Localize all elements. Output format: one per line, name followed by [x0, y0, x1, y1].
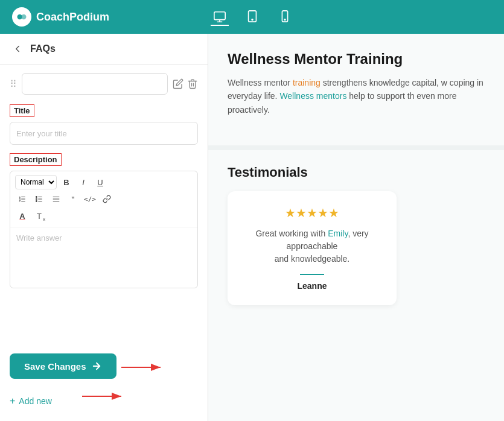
- right-panel: Wellness Mentor Training Wellness mentor…: [208, 34, 504, 421]
- svg-point-15: [36, 201, 37, 202]
- format-select[interactable]: Normal: [15, 175, 57, 189]
- logo: CoachPodium: [12, 7, 109, 27]
- testimonial-card: ★★★★★ Great working with Emily, very app…: [228, 191, 397, 305]
- bullet-list-button[interactable]: [32, 192, 46, 206]
- toolbar-row-3: A Tx: [15, 209, 193, 223]
- editor-body[interactable]: Write answer: [10, 227, 197, 288]
- rich-text-editor: Normal B I U: [10, 171, 198, 288]
- editor-toolbar: Normal B I U: [10, 171, 197, 227]
- faq-item-actions: [173, 78, 198, 89]
- title-label: Title: [10, 104, 34, 117]
- svg-point-6: [284, 19, 285, 21]
- device-switcher: [211, 7, 294, 27]
- bottom-section: Save Changes: [0, 353, 208, 421]
- back-button[interactable]: [12, 43, 23, 54]
- underline-button[interactable]: U: [93, 175, 107, 189]
- text-highlight-teal: Wellness mentors: [279, 91, 346, 101]
- description-label: Description: [10, 153, 62, 166]
- svg-rect-2: [214, 12, 225, 20]
- plus-icon: +: [10, 396, 15, 407]
- panel-title: FAQs: [30, 43, 56, 54]
- svg-point-4: [252, 19, 253, 21]
- testimonial-text: Great working with Emily, very approacha…: [240, 227, 384, 265]
- delete-faq-button[interactable]: [187, 78, 198, 89]
- preview-title: Wellness Mentor Training: [228, 51, 485, 68]
- mobile-view-btn[interactable]: [276, 7, 294, 27]
- left-panel: FAQs ⠿: [0, 34, 208, 421]
- svg-point-13: [36, 197, 37, 198]
- clear-format-button[interactable]: Tx: [32, 209, 46, 223]
- svg-point-14: [36, 198, 37, 200]
- quote-button[interactable]: ": [66, 192, 80, 206]
- editor-placeholder: Write answer: [16, 233, 62, 242]
- arrow-right-icon: [91, 361, 102, 372]
- faq-item-display: [22, 73, 168, 95]
- text-highlight-orange: training: [293, 78, 321, 87]
- main-layout: FAQs ⠿: [0, 34, 504, 421]
- code-button[interactable]: </>: [83, 192, 97, 206]
- testimonial-divider: [300, 274, 324, 275]
- testimonials-title: Testimonials: [228, 165, 485, 180]
- link-button[interactable]: [100, 192, 114, 206]
- name-highlight: Emily: [328, 229, 348, 238]
- app-header: CoachPodium: [0, 0, 504, 34]
- testimonial-author: Leanne: [240, 281, 384, 291]
- description-field-wrapper: Description Normal B I U: [10, 153, 198, 288]
- testimonials-section: Testimonials ★★★★★ Great working with Em…: [208, 165, 504, 305]
- title-input[interactable]: [10, 122, 198, 145]
- tablet-view-btn[interactable]: [243, 7, 261, 27]
- bold-button[interactable]: B: [59, 175, 74, 189]
- save-button-container: Save Changes: [10, 353, 116, 384]
- align-button[interactable]: [49, 192, 63, 206]
- star-rating: ★★★★★: [240, 206, 384, 220]
- save-changes-button[interactable]: Save Changes: [10, 353, 116, 379]
- italic-button[interactable]: I: [76, 175, 91, 189]
- toolbar-row-1: Normal B I U: [15, 175, 193, 189]
- save-button-label: Save Changes: [24, 361, 86, 372]
- edit-faq-button[interactable]: [173, 78, 183, 89]
- drag-handle[interactable]: ⠿: [10, 78, 17, 90]
- add-new-button[interactable]: + Add new: [10, 391, 198, 411]
- title-field-wrapper: Title: [10, 104, 198, 153]
- desktop-view-btn[interactable]: [211, 8, 229, 26]
- panel-content: ⠿: [0, 65, 208, 353]
- logo-icon: [12, 7, 31, 27]
- preview-content: Wellness Mentor Training Wellness mentor…: [208, 34, 504, 145]
- preview-description: Wellness mentor training strengthens kno…: [228, 76, 485, 116]
- toolbar-row-2: " </>: [15, 192, 193, 206]
- text-color-button[interactable]: A: [15, 209, 30, 223]
- red-arrow-to-save: [121, 358, 170, 376]
- app-name: CoachPodium: [36, 11, 109, 24]
- add-new-label: Add new: [19, 396, 51, 406]
- panel-header: FAQs: [0, 34, 208, 65]
- svg-point-1: [21, 14, 26, 19]
- ordered-list-button[interactable]: [15, 192, 30, 206]
- red-arrow-to-add: [82, 387, 130, 405]
- faq-item-row: ⠿: [10, 73, 198, 95]
- section-divider: [208, 145, 504, 150]
